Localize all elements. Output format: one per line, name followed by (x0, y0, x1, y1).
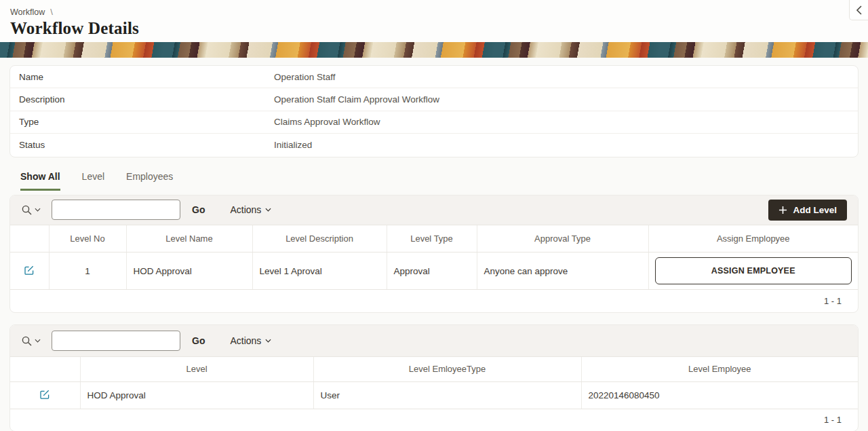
cell-level-no: 1 (49, 252, 126, 290)
search-icon (21, 204, 33, 216)
cell-level-description: Level 1 Aproval (252, 252, 387, 290)
employee-actions-menu-button[interactable]: Actions (230, 335, 271, 346)
page-title: Workflow Details (10, 19, 868, 38)
detail-row-name: Name Operation Staff (10, 66, 858, 88)
detail-label: Status (19, 140, 274, 150)
employee-search-toolbar: Go Actions (10, 325, 858, 357)
employee-table-header-row: Level Level EmloyeeType Level Employee (10, 357, 858, 381)
cell-level-name: HOD Approval (126, 252, 252, 290)
level-table-header-row: Level No Level Name Level Description Le… (10, 225, 858, 252)
employee-region-card: Go Actions Level Level EmloyeeType Level… (9, 324, 859, 431)
tab-employees[interactable]: Employees (126, 171, 173, 191)
column-header-level-description[interactable]: Level Description (252, 225, 387, 252)
level-actions-menu-button[interactable]: Actions (230, 204, 271, 215)
workflow-details-card: Name Operation Staff Description Operati… (9, 65, 859, 157)
add-level-label: Add Level (793, 205, 837, 215)
search-scope-button[interactable] (21, 335, 41, 347)
level-search-input[interactable] (52, 200, 180, 220)
cell-employee-type: User (313, 381, 581, 409)
plus-icon (778, 206, 787, 214)
level-table: Level No Level Name Level Description Le… (10, 225, 858, 291)
detail-label: Name (19, 72, 274, 82)
column-header-level-employee[interactable]: Level Employee (581, 357, 858, 381)
cell-level-employee: 20220146080450 (581, 381, 858, 409)
column-header-level-no[interactable]: Level No (49, 225, 126, 252)
detail-label: Description (19, 94, 274, 105)
chevron-down-icon (265, 339, 271, 343)
column-header-employee-type[interactable]: Level EmloyeeType (313, 357, 581, 381)
edit-row-button[interactable] (24, 265, 35, 276)
page-header: Workflow \ Workflow Details (0, 0, 868, 42)
add-level-button[interactable]: Add Level (768, 200, 847, 221)
detail-value: Operation Staff Claim Approval Workflow (274, 94, 439, 105)
breadcrumb-workflow-link[interactable]: Workflow (10, 7, 45, 17)
breadcrumb-separator: \ (50, 7, 53, 17)
edit-icon (39, 389, 50, 400)
cell-level: HOD Approval (80, 381, 313, 409)
employee-search-input[interactable] (52, 331, 180, 351)
detail-value: Operation Staff (274, 72, 336, 82)
level-search-toolbar: Go Actions Add Level (10, 195, 858, 225)
cell-approval-type: Anyone can approve (477, 252, 648, 290)
detail-value: Claims Approval Workflow (274, 117, 380, 127)
assign-employee-button[interactable]: ASSIGN EMPLOYEE (655, 257, 852, 284)
level-pagination: 1 - 1 (10, 290, 858, 312)
actions-label: Actions (230, 204, 261, 215)
employee-go-button[interactable]: Go (192, 335, 205, 346)
tab-show-all[interactable]: Show All (20, 171, 60, 191)
column-header-level[interactable]: Level (80, 357, 313, 381)
detail-row-description: Description Operation Staff Claim Approv… (10, 88, 858, 111)
chevron-left-icon (856, 5, 862, 15)
column-header-edit (10, 225, 49, 252)
tab-level[interactable]: Level (82, 171, 104, 191)
region-tabs: Show All Level Employees (20, 171, 859, 191)
detail-value: Initialized (274, 140, 312, 150)
detail-row-status: Status Initialized (10, 134, 858, 156)
column-header-level-name[interactable]: Level Name (126, 225, 252, 252)
column-header-approval-type[interactable]: Approval Type (477, 225, 648, 252)
decorative-banner-image (0, 42, 868, 58)
column-header-assign-employee[interactable]: Assign Emplopyee (648, 225, 858, 252)
detail-label: Type (19, 117, 274, 127)
column-header-edit (10, 357, 80, 381)
search-icon (21, 335, 33, 347)
search-scope-button[interactable] (21, 204, 41, 216)
chevron-down-icon (265, 208, 271, 212)
cell-level-type: Approval (387, 252, 477, 290)
breadcrumb: Workflow \ (10, 7, 868, 17)
actions-label: Actions (230, 335, 261, 346)
edit-row-button[interactable] (39, 389, 50, 400)
table-row: HOD Approval User 20220146080450 (10, 381, 858, 409)
chevron-down-icon (35, 208, 41, 212)
collapse-panel-button[interactable] (849, 0, 868, 20)
level-go-button[interactable]: Go (192, 204, 205, 215)
employee-pagination: 1 - 1 (10, 409, 858, 431)
level-region-card: Go Actions Add Level Level No Lev (9, 195, 859, 314)
column-header-level-type[interactable]: Level Type (387, 225, 477, 252)
edit-icon (24, 265, 35, 276)
detail-row-type: Type Claims Approval Workflow (10, 111, 858, 134)
employee-table: Level Level EmloyeeType Level Employee H… (10, 357, 858, 409)
main-content: Name Operation Staff Description Operati… (0, 65, 868, 431)
chevron-down-icon (35, 339, 41, 343)
table-row: 1 HOD Approval Level 1 Aproval Approval … (10, 252, 858, 290)
